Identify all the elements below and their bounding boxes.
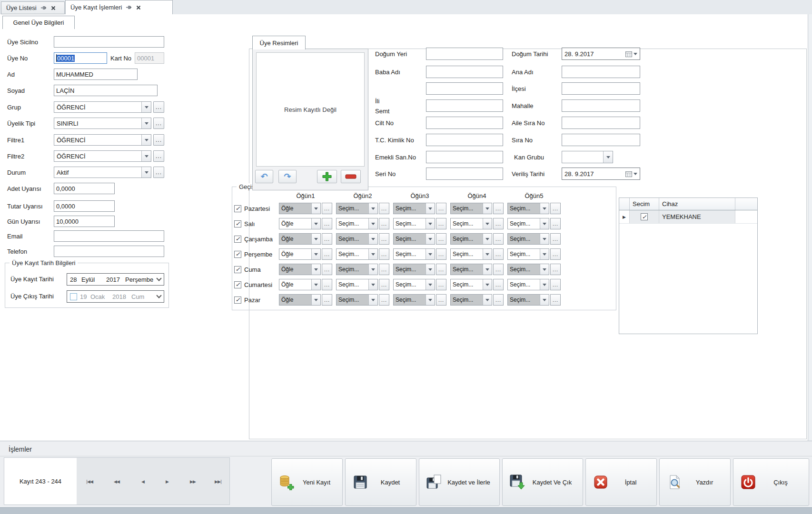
meal-browse-button[interactable]: ... — [436, 233, 446, 245]
meal-select[interactable]: Seçim... — [507, 294, 549, 306]
day-checkbox[interactable]: ✓ — [234, 251, 241, 258]
meal-browse-button[interactable]: ... — [493, 218, 504, 229]
telefon-input[interactable] — [54, 246, 164, 257]
meal-select[interactable]: Seçim... — [450, 248, 492, 260]
meal-browse-button[interactable]: ... — [322, 233, 332, 245]
grup-select[interactable]: ÖĞRENCİ — [54, 101, 151, 113]
dogum-yeri-input[interactable] — [426, 48, 503, 60]
chevron-down-icon[interactable] — [634, 53, 637, 57]
meal-browse-button[interactable]: ... — [379, 248, 389, 260]
chevron-down-icon[interactable] — [540, 234, 549, 244]
meal-select[interactable]: Seçim... — [336, 264, 378, 275]
meal-select[interactable]: Seçim... — [507, 233, 549, 245]
table-row[interactable]: ▶ ✓ YEMEKHANE — [619, 210, 757, 224]
meal-browse-button[interactable]: ... — [322, 203, 332, 214]
meal-select[interactable]: Seçim... — [450, 279, 492, 290]
meal-select[interactable]: Seçim... — [507, 248, 549, 260]
chevron-down-icon[interactable] — [141, 118, 151, 128]
mahalle-input[interactable] — [562, 99, 640, 112]
chevron-down-icon[interactable] — [311, 218, 320, 229]
secim-column-header[interactable]: Secim — [630, 198, 659, 210]
meal-browse-button[interactable]: ... — [379, 294, 389, 306]
meal-select[interactable]: Seçim... — [336, 279, 378, 290]
chevron-down-icon[interactable] — [483, 295, 492, 305]
chevron-down-icon[interactable] — [634, 173, 637, 177]
nav-forward-button[interactable]: ▶▶ — [182, 476, 203, 487]
chevron-down-icon[interactable] — [603, 151, 613, 163]
filtre1-browse-button[interactable]: ... — [153, 134, 164, 146]
meal-select[interactable]: Seçim... — [507, 279, 549, 290]
chevron-down-icon[interactable] — [311, 249, 320, 259]
uye-kayit-tarihi-select[interactable]: 28 Eylül 2017 Perşembe — [67, 273, 164, 286]
chevron-down-icon[interactable] — [141, 167, 151, 178]
kaydet-button[interactable]: Kaydet — [345, 458, 416, 506]
meal-browse-button[interactable]: ... — [493, 248, 504, 260]
photo-prev-button[interactable]: ↶ — [255, 170, 273, 183]
pin-icon[interactable] — [41, 5, 47, 10]
adet-uyarisi-input[interactable]: 0,0000 — [54, 183, 115, 194]
meal-browse-button[interactable]: ... — [322, 279, 332, 290]
chevron-down-icon[interactable] — [368, 279, 377, 290]
chevron-down-icon[interactable] — [483, 234, 492, 244]
chevron-down-icon[interactable] — [483, 218, 492, 229]
meal-select[interactable]: Seçim... — [507, 218, 549, 229]
nav-first-button[interactable]: |◀◀ — [79, 476, 100, 487]
filtre2-select[interactable]: ÖĞRENCİ — [54, 150, 151, 162]
device-checkbox[interactable]: ✓ — [641, 213, 648, 220]
kaydet-ve-ilerle-button[interactable]: Kaydet ve İlerle — [419, 458, 500, 506]
photo-remove-button[interactable] — [341, 170, 361, 183]
meal-select[interactable]: Seçim... — [336, 203, 378, 214]
photo-next-button[interactable]: ↷ — [278, 170, 297, 183]
meal-browse-button[interactable]: ... — [436, 203, 446, 214]
close-icon[interactable] — [51, 6, 56, 10]
day-checkbox[interactable]: ✓ — [234, 281, 241, 288]
chevron-down-icon[interactable] — [426, 218, 435, 229]
cikis-button[interactable]: Çıkış — [733, 458, 809, 506]
chevron-down-icon[interactable] — [368, 203, 377, 214]
nav-last-button[interactable]: ▶▶| — [208, 476, 228, 487]
meal-browse-button[interactable]: ... — [550, 233, 561, 245]
uye-no-input[interactable]: 00001 — [54, 52, 107, 64]
meal-browse-button[interactable]: ... — [550, 294, 561, 306]
uyelik-tipi-browse-button[interactable]: ... — [153, 118, 164, 129]
grup-browse-button[interactable]: ... — [153, 101, 164, 113]
kan-grubu-select[interactable] — [562, 151, 613, 163]
meal-select[interactable]: Seçim... — [450, 203, 492, 214]
ilcesi-input[interactable] — [562, 82, 640, 95]
meal-select[interactable]: Seçim... — [450, 233, 492, 245]
uyelik-tipi-select[interactable]: SINIRLI — [54, 118, 151, 129]
meal-select[interactable]: Seçim... — [393, 279, 435, 290]
chevron-down-icon[interactable] — [540, 249, 549, 259]
soyad-input[interactable]: LAÇİN — [54, 85, 158, 96]
chevron-down-icon[interactable] — [156, 276, 161, 281]
chevron-down-icon[interactable] — [368, 249, 377, 259]
meal-select[interactable]: Seçim... — [507, 203, 549, 214]
meal-browse-button[interactable]: ... — [322, 264, 332, 275]
meal-select[interactable]: Seçim... — [336, 233, 378, 245]
chevron-down-icon[interactable] — [141, 102, 151, 112]
seri-no-input[interactable] — [426, 168, 503, 180]
meal-select[interactable]: Seçim... — [450, 218, 492, 229]
meal-browse-button[interactable]: ... — [493, 294, 504, 306]
ana-adi-input[interactable] — [562, 66, 640, 78]
chevron-down-icon[interactable] — [483, 279, 492, 290]
chevron-down-icon[interactable] — [311, 234, 320, 244]
day-checkbox[interactable]: ✓ — [234, 266, 241, 273]
uye-cikis-tarihi-select[interactable]: 19 Ocak 2018 Cum — [67, 290, 164, 303]
semt-input[interactable] — [426, 99, 503, 112]
meal-select[interactable]: Seçim... — [393, 294, 435, 306]
meal-browse-button[interactable]: ... — [493, 233, 504, 245]
sira-no-input[interactable] — [562, 134, 640, 146]
dogum-tarihi-picker[interactable]: 28. 9.2017 — [562, 48, 640, 60]
meal-select[interactable]: Öğle — [279, 294, 321, 306]
tab-genel-uye-bilgileri[interactable]: Genel Üye Bilgileri — [2, 16, 75, 29]
meal-select[interactable]: Seçim... — [393, 203, 435, 214]
chevron-down-icon[interactable] — [141, 135, 151, 145]
aile-sira-no-input[interactable] — [562, 117, 640, 129]
meal-browse-button[interactable]: ... — [493, 279, 504, 290]
emekli-san-no-input[interactable] — [426, 151, 503, 163]
chevron-down-icon[interactable] — [540, 203, 549, 214]
durum-browse-button[interactable]: ... — [153, 167, 164, 178]
meal-browse-button[interactable]: ... — [436, 218, 446, 229]
meal-browse-button[interactable]: ... — [322, 218, 332, 229]
